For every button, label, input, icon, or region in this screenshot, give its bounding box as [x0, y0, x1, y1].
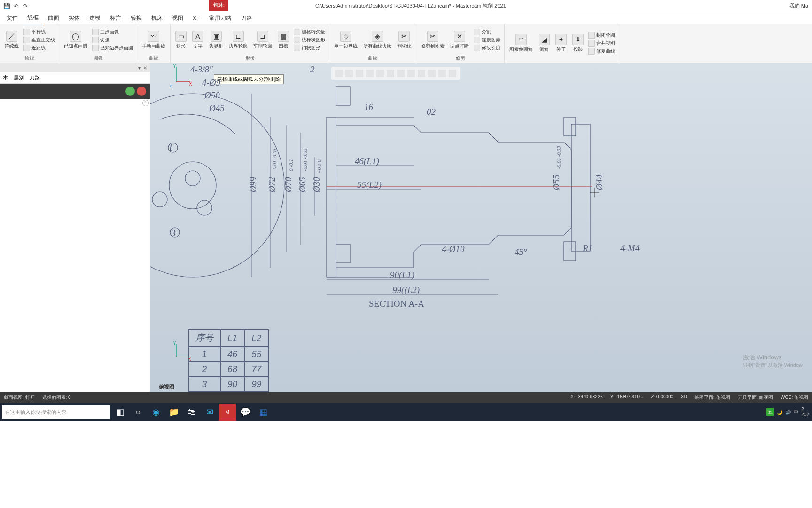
svg-text:Ø99: Ø99: [248, 177, 258, 193]
svg-text:SECTION A-A: SECTION A-A: [369, 299, 424, 309]
repaircurve-icon: [588, 48, 595, 55]
fillet-button[interactable]: ◠图素倒圆角: [508, 25, 535, 61]
closecircle-button[interactable]: 封闭全圆: [587, 32, 616, 39]
single-edge-button[interactable]: ◇单一边界线: [332, 25, 359, 54]
panel-close-icon[interactable]: ✕: [143, 65, 147, 71]
tray-icon[interactable]: 🌙: [777, 410, 782, 415]
rect-icon: ▭: [175, 31, 187, 42]
save-icon[interactable]: 💾: [3, 2, 10, 10]
undo-icon[interactable]: ↶: [12, 2, 20, 10]
ime-icon[interactable]: 五: [766, 408, 774, 416]
store-icon[interactable]: 🛍: [183, 404, 200, 421]
bbox-button[interactable]: ▣边界框: [207, 25, 225, 54]
groove-button[interactable]: ▦凹槽: [276, 25, 291, 54]
stair-button[interactable]: 楼梯状图形: [293, 36, 326, 44]
wechat-icon[interactable]: 💬: [237, 404, 254, 421]
ime-lang[interactable]: 中: [794, 409, 798, 415]
volume-icon[interactable]: 🔊: [785, 410, 791, 415]
slice-button[interactable]: ✂剖切线: [395, 25, 413, 54]
text-button[interactable]: A文字: [190, 25, 205, 54]
mergeview-button[interactable]: 合并视图: [587, 40, 616, 47]
parallel-line-button[interactable]: 平行线: [23, 28, 56, 36]
group-label-modify: [508, 61, 616, 62]
mastercam-icon[interactable]: M: [219, 404, 236, 421]
turn-profile-button[interactable]: ⊐车削轮廓: [251, 25, 274, 54]
group-label-curve: 曲线: [140, 54, 167, 62]
perpendicular-line-button[interactable]: 垂直正交线: [23, 36, 56, 44]
dim-d45: Ø45: [209, 103, 225, 113]
mail-icon[interactable]: ✉: [201, 404, 218, 421]
tab-file[interactable]: 文件: [2, 12, 23, 24]
edge-circle-button[interactable]: 已知边界点画圆: [91, 44, 134, 52]
chamfer-button[interactable]: ◢倒角: [537, 25, 552, 61]
boundary-button[interactable]: ⊏边界轮廓: [227, 25, 250, 54]
sb-3d[interactable]: 3D: [681, 394, 687, 401]
tab-drafting[interactable]: 标注: [105, 12, 126, 24]
drawing-canvas[interactable]: 选择曲线或圆弧去分割/删除 Y X c Y X 1: [150, 63, 812, 392]
sb-tplane[interactable]: 刀具平面: 俯视图: [738, 394, 773, 401]
tab-model[interactable]: 建模: [85, 12, 105, 24]
cortana-icon[interactable]: ○: [130, 404, 147, 421]
clock[interactable]: 2202: [801, 407, 809, 417]
all-edges-button[interactable]: ◈所有曲线边缘: [361, 25, 393, 54]
explorer-icon[interactable]: 📁: [165, 404, 182, 421]
spline-button[interactable]: 〰手动画曲线: [140, 25, 167, 54]
group-label-trim: 修剪: [419, 54, 501, 62]
right-dims: Ø55 -0.01 -0.03 Ø44 R1 4-M4: [551, 146, 640, 253]
modlen-button[interactable]: 修改长度: [473, 44, 501, 52]
collapse-icon[interactable]: ⌃: [142, 100, 149, 106]
redo-icon[interactable]: ↷: [22, 2, 29, 10]
join-button[interactable]: 连接图素: [473, 36, 501, 44]
repaircurve-button[interactable]: 修复曲线: [587, 48, 616, 55]
group-label-arc: 圆弧: [62, 54, 134, 62]
door-button[interactable]: 门状图形: [293, 44, 326, 52]
rectangle-button[interactable]: ▭矩形: [173, 25, 188, 54]
gview-label: 俯视图: [159, 383, 174, 390]
tangent-arc-button[interactable]: 切弧: [91, 36, 134, 44]
panel-tab-toolpaths[interactable]: 刀路: [30, 74, 40, 81]
tab-wireframe[interactable]: 线框: [23, 12, 43, 24]
circle-button[interactable]: ◯已知点画圆: [62, 25, 89, 54]
project-button[interactable]: ⬇投影: [570, 25, 586, 61]
title-bar: 💾 ↶ ↷ 铣床 C:\Users\Administrator\Desktop\…: [0, 0, 812, 12]
windows-taskbar: 在这里输入你要搜索的内容 ◧ ○ ◉ 📁 🛍 ✉ M 💬 ▦ 五 🌙 🔊 中 2…: [0, 403, 812, 421]
trim-button[interactable]: ✂修剪到图素: [419, 25, 446, 54]
tab-xplus[interactable]: X+: [188, 13, 204, 24]
sb-wcs[interactable]: WCS: 俯视图: [781, 394, 808, 401]
panel-tab-entity[interactable]: 本: [3, 74, 8, 81]
raster-vector-button[interactable]: 栅格转矢量: [293, 28, 326, 36]
panel-tab-levels[interactable]: 层别: [14, 74, 24, 81]
svg-text:02: 02: [427, 107, 436, 117]
sb-x: X: -3440.93226: [570, 394, 602, 401]
app-icon[interactable]: ▦: [255, 404, 272, 421]
svg-text:-0.01
-0.03: -0.01 -0.03: [556, 146, 562, 169]
ribbon: ／连续线 平行线 垂直正交线 近距线 绘线 ◯已知点画圆 三点画弧 切弧 已知边…: [0, 24, 812, 63]
three-point-arc-button[interactable]: 三点画弧: [91, 28, 134, 36]
break2pt-button[interactable]: ✕两点打断: [448, 25, 471, 54]
line-button[interactable]: ／连续线: [3, 25, 21, 54]
ok-button[interactable]: [125, 87, 135, 96]
offset-button[interactable]: ✦补正: [554, 25, 569, 61]
taskbar-search[interactable]: 在这里输入你要搜索的内容: [2, 405, 110, 419]
side-panel: ▾ ✕ 本 层别 刀路 ⌃: [0, 63, 150, 392]
sb-cplane[interactable]: 绘图平面: 俯视图: [695, 394, 730, 401]
tab-transform[interactable]: 转换: [126, 12, 147, 24]
edge-icon[interactable]: ◉: [148, 404, 164, 421]
tab-machine[interactable]: 机床: [147, 12, 167, 24]
divide-button[interactable]: 分割: [473, 28, 501, 36]
tab-solid[interactable]: 实体: [64, 12, 85, 24]
context-tab-mill[interactable]: 铣床: [209, 0, 228, 11]
group-label-curve2: 曲线: [332, 54, 413, 62]
panel-dropdown-icon[interactable]: ▾: [138, 65, 141, 71]
sb-section-view[interactable]: 截面视图: 打开: [4, 394, 35, 401]
closest-line-button[interactable]: 近距线: [23, 44, 56, 52]
tab-surface[interactable]: 曲面: [43, 12, 64, 24]
tab-toolpath[interactable]: 刀路: [236, 12, 257, 24]
divide-icon: [474, 29, 480, 35]
svg-text:X: X: [189, 81, 192, 87]
tab-view[interactable]: 视图: [167, 12, 188, 24]
tab-common-toolpath[interactable]: 常用刀路: [204, 12, 236, 24]
cancel-button[interactable]: [137, 87, 146, 96]
chamfer-icon: ◢: [539, 34, 550, 45]
task-view-icon[interactable]: ◧: [112, 404, 129, 421]
